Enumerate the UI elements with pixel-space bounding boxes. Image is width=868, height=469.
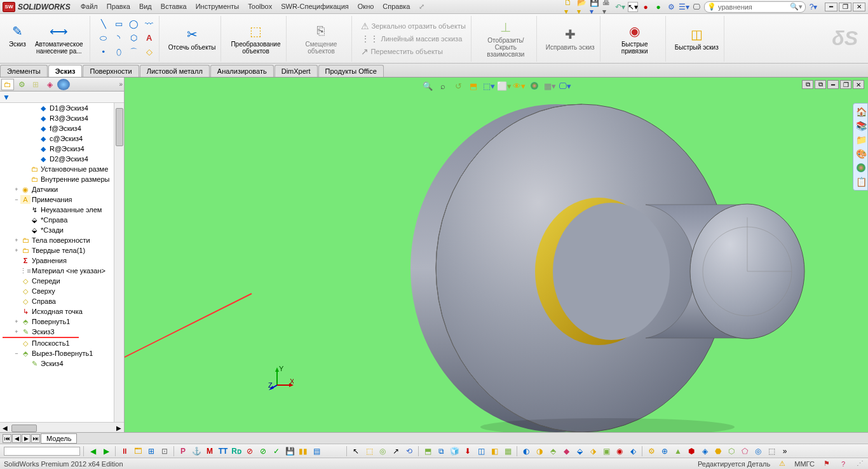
repair-sketch-button[interactable]: ✚ Исправить эскиз <box>543 25 597 52</box>
tl2-mate-icon[interactable]: ◎ <box>377 446 388 456</box>
fm-filter-icon[interactable]: ▼ <box>0 92 124 103</box>
print-icon[interactable]: 🖶▾ <box>602 2 613 12</box>
tab-dimxpert[interactable]: DimXpert <box>275 65 318 77</box>
tab-sketch[interactable]: Эскиз <box>48 65 83 77</box>
doc-minimize-button[interactable]: ━ <box>827 80 839 89</box>
taskpane-custom-icon[interactable]: 📋 <box>855 175 867 188</box>
pause-icon[interactable]: ⏸ <box>119 446 130 456</box>
tl4-2-icon[interactable]: ◑ <box>534 446 545 456</box>
tree-item[interactable]: ⬙*Справа <box>0 215 124 225</box>
menu-swr[interactable]: SWR-Спецификация <box>277 1 353 12</box>
tl3-3-icon[interactable]: 🧊 <box>449 446 460 456</box>
ellipse-tool-icon[interactable]: ⬯ <box>112 46 126 58</box>
tl-tt-icon[interactable]: TT <box>217 446 229 456</box>
tl5-5-icon[interactable]: ◈ <box>699 446 710 456</box>
plane-tool-icon[interactable]: ◇ <box>142 46 156 58</box>
tl2-rotate-icon[interactable]: ⟲ <box>403 446 415 456</box>
tree-expander-icon[interactable]: + <box>13 247 20 254</box>
tree-item[interactable]: ◇Сверху <box>0 286 124 296</box>
tree-item[interactable]: ↳Исходная точка <box>0 306 124 316</box>
tl4-5-icon[interactable]: ⬙ <box>574 446 585 456</box>
tl-green1-icon[interactable]: ⊘ <box>257 446 269 456</box>
tree-expander-icon[interactable]: + <box>13 329 20 335</box>
select-icon[interactable]: ↖▾ <box>628 2 638 12</box>
tree-item[interactable]: ⋮≡Материал <не указан> <box>0 266 124 276</box>
tl5-10-icon[interactable]: ⬚ <box>766 446 777 456</box>
tree-item[interactable]: ◇Плоскость1 <box>0 338 124 348</box>
bt-last-icon[interactable]: ⏭ <box>31 434 40 443</box>
arc-tool-icon[interactable]: ◝ <box>112 32 126 44</box>
tree-expander-icon[interactable]: + <box>13 237 20 243</box>
trim-button[interactable]: ✂ Отсечь объекты <box>166 25 219 52</box>
window-minimize-button[interactable]: ━ <box>825 3 837 11</box>
fm-property-tab-icon[interactable]: ⚙ <box>15 79 28 90</box>
tl-ico-2[interactable]: ⊞ <box>146 446 157 456</box>
mirror-button[interactable]: ⚠Зеркально отразить объекты <box>358 20 468 32</box>
search-lens-icon[interactable]: 🔍▾ <box>790 3 803 11</box>
status-flag-icon[interactable]: ⚑ <box>822 459 831 468</box>
tree-item[interactable]: ◆f@Эскиз4 <box>0 123 124 133</box>
tl5-9-icon[interactable]: ◎ <box>752 446 764 456</box>
new-doc-icon[interactable]: 🗋▾ <box>564 2 574 12</box>
circle-tool-icon[interactable]: ◯ <box>127 18 141 30</box>
tl4-1-icon[interactable]: ◐ <box>520 446 532 456</box>
help-icon[interactable]: ?▾ <box>808 2 818 12</box>
menu-tools[interactable]: Инструменты <box>192 1 243 12</box>
tl4-4-icon[interactable]: ◆ <box>560 446 572 456</box>
doc-maximize-button[interactable]: ❐ <box>840 80 851 89</box>
tl-grid-icon[interactable]: ▤ <box>311 446 322 456</box>
tree-item[interactable]: +🗀Твердые тела(1) <box>0 245 124 255</box>
window-maximize-button[interactable]: ❐ <box>839 3 851 11</box>
tree-item[interactable]: ◇Справа <box>0 296 124 306</box>
menu-edit[interactable]: Правка <box>103 1 134 12</box>
tree-item[interactable]: ◆c@Эскиз4 <box>0 133 124 144</box>
model-tab[interactable]: Модель <box>41 433 77 444</box>
tl4-6-icon[interactable]: ⬗ <box>587 446 599 456</box>
tree-item[interactable]: ΣУравнения <box>0 255 124 266</box>
fm-display-tab-icon[interactable] <box>57 79 70 90</box>
spline-tool-icon[interactable]: 〰 <box>142 18 156 30</box>
fm-expand-icon[interactable]: » <box>119 81 123 88</box>
tab-office[interactable]: Продукты Office <box>318 65 384 77</box>
tree-item[interactable]: +✎Эскиз3 <box>0 327 124 337</box>
polygon-tool-icon[interactable]: ⬡ <box>127 32 141 44</box>
tree-expander-icon[interactable]: + <box>13 186 20 193</box>
text-tool-icon[interactable]: A <box>142 32 156 44</box>
menu-insert[interactable]: Вставка <box>157 1 191 12</box>
menu-window[interactable]: Окно <box>354 1 378 12</box>
tree-item[interactable]: +⬘Повернуть1 <box>0 316 124 327</box>
save-doc-icon[interactable]: 💾▾ <box>590 2 600 12</box>
tree-item[interactable]: ⬙*Сзади <box>0 225 124 235</box>
taskpane-palette-icon[interactable]: 🎨 <box>855 147 867 160</box>
tl-noway-icon[interactable]: ⊘ <box>244 446 255 456</box>
status-help-icon[interactable]: ? <box>839 459 848 468</box>
window-close-button[interactable]: ✕ <box>853 3 865 11</box>
tl3-4-icon[interactable]: ⬇ <box>462 446 473 456</box>
tl5-overflow-icon[interactable]: » <box>779 446 790 456</box>
rectangle-tool-icon[interactable]: ▭ <box>112 18 126 30</box>
quick-snaps-button[interactable]: ◉ Быстрые привязки <box>607 22 663 56</box>
tl-r-icon[interactable]: Rᴅ <box>231 446 242 456</box>
tl4-9-icon[interactable]: ⬖ <box>627 446 639 456</box>
tl3-2-icon[interactable]: ⧉ <box>435 446 447 456</box>
tree-item[interactable]: ◆D1@Эскиз4 <box>0 103 124 113</box>
open-doc-icon[interactable]: 📂▾ <box>577 2 587 12</box>
traffic-red-icon[interactable]: ● <box>641 2 651 12</box>
tree-expander-icon[interactable]: + <box>13 318 20 325</box>
menu-help[interactable]: Справка <box>379 1 414 12</box>
tab-features[interactable]: Элементы <box>0 65 48 77</box>
tab-analyze[interactable]: Анализировать <box>210 65 274 77</box>
view-triad[interactable]: Y X Z <box>268 366 294 391</box>
tl4-8-icon[interactable]: ◉ <box>614 446 625 456</box>
tree-expander-icon[interactable]: − <box>13 196 20 203</box>
tl-p-icon[interactable]: P <box>177 446 189 456</box>
tree-item[interactable]: ↯Неуказанные элем <box>0 205 124 215</box>
taskpane-explorer-icon[interactable]: 📁 <box>855 133 867 146</box>
tl2-select-icon[interactable]: ↖ <box>350 446 362 456</box>
screen-icon[interactable]: 🖵 <box>691 2 702 12</box>
tree-item[interactable]: 🗀Установочные разме <box>0 164 124 174</box>
tab-surfaces[interactable]: Поверхности <box>83 65 139 77</box>
sketch-button[interactable]: ✎ Эскиз <box>6 22 29 56</box>
fm-config-tab-icon[interactable]: ⊞ <box>29 79 42 90</box>
tl5-4-icon[interactable]: ⬢ <box>686 446 697 456</box>
